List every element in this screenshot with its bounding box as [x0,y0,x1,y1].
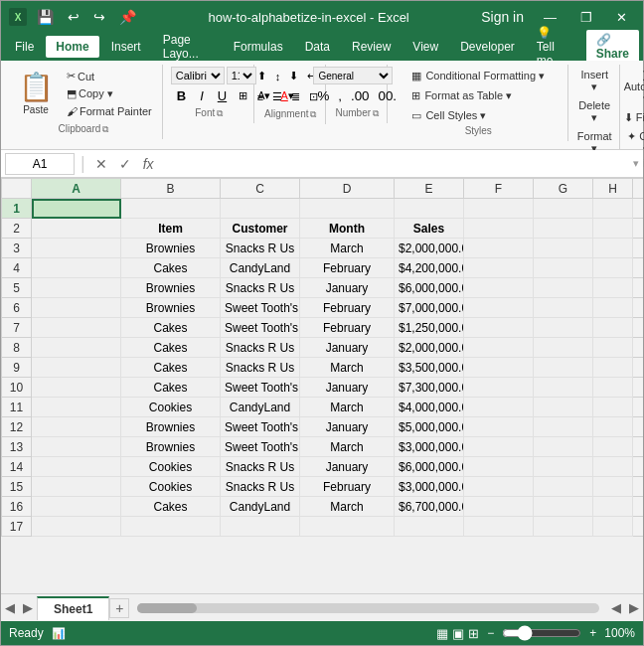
grid-cell[interactable] [593,437,633,457]
cut-button[interactable]: ✂ Cut [63,68,156,84]
grid-cell[interactable] [534,417,593,437]
grid-cell[interactable] [464,437,534,457]
row-header-8[interactable]: 8 [2,338,32,358]
grid-cell[interactable] [121,517,221,537]
underline-button[interactable]: U [212,86,233,105]
grid-cell[interactable] [534,278,593,298]
row-header-9[interactable]: 9 [2,358,32,378]
row-header-4[interactable]: 4 [2,258,32,278]
grid-cell[interactable] [32,477,121,497]
grid-cell[interactable]: January [300,338,395,358]
grid-cell[interactable]: February [300,477,395,497]
grid-cell[interactable] [32,457,121,477]
grid-cell[interactable] [32,517,121,537]
menu-insert[interactable]: Insert [101,36,151,58]
format-painter-button[interactable]: 🖌 Format Painter [63,103,156,119]
redo-button[interactable]: ↪ [89,7,109,27]
grid-cell[interactable]: Snacks R Us [221,358,300,378]
grid-cell[interactable] [593,358,633,378]
grid-cell[interactable]: Cookies [121,457,221,477]
normal-view-button[interactable]: ▦ [436,626,448,641]
grid-cell[interactable]: Brownies [121,239,221,258]
grid-cell[interactable]: Sweet Tooth's [221,417,300,437]
grid-cell[interactable] [32,239,121,258]
grid-cell[interactable]: March [300,239,395,258]
h-scrollbar-thumb[interactable] [137,603,197,613]
grid-cell[interactable]: Sweet Tooth's [221,437,300,457]
grid-scroll-area[interactable]: A B C D E F G H 12ItemCustomerMonthSales… [1,178,643,593]
grid-cell[interactable] [534,298,593,318]
grid-cell[interactable] [32,398,121,417]
enter-formula-button[interactable]: ✓ [115,154,135,174]
grid-cell[interactable]: $3,500,000.00 [395,358,464,378]
grid-cell[interactable]: $3,000,000.00 [395,437,464,457]
grid-cell[interactable]: January [300,278,395,298]
grid-cell[interactable]: $2,000,000.00 [395,239,464,258]
grid-cell[interactable] [221,199,300,219]
col-header-f[interactable]: F [464,179,534,199]
grid-cell[interactable] [593,199,633,219]
h-scroll-right-button[interactable]: ▶ [625,600,643,615]
row-header-7[interactable]: 7 [2,318,32,338]
conditional-formatting-button[interactable]: ▦ Conditional Formatting ▾ [404,67,552,85]
comma-button[interactable]: , [334,86,346,105]
function-wizard-button[interactable]: fx [139,154,158,174]
grid-cell[interactable] [593,457,633,477]
paste-button[interactable]: 📋 Paste [11,67,61,119]
row-header-15[interactable]: 15 [2,477,32,497]
grid-cell[interactable]: March [300,398,395,417]
number-expand-icon[interactable]: ⧉ [373,108,379,119]
border-button[interactable]: ⊞ [235,87,251,104]
col-header-d[interactable]: D [300,179,395,199]
zoom-in-button[interactable]: + [589,626,596,640]
grid-cell[interactable] [464,219,534,239]
grid-cell[interactable]: $6,700,000.00 [395,497,464,517]
grid-cell[interactable]: Snacks R Us [221,338,300,358]
grid-cell[interactable] [464,318,534,338]
grid-cell[interactable]: February [300,318,395,338]
grid-cell[interactable] [32,378,121,398]
clipboard-expand-icon[interactable]: ⧉ [102,124,108,135]
grid-cell[interactable] [534,318,593,338]
grid-cell[interactable] [534,378,593,398]
alignment-expand-icon[interactable]: ⧉ [310,109,316,120]
grid-cell[interactable] [464,398,534,417]
row-header-14[interactable]: 14 [2,457,32,477]
grid-cell[interactable] [32,278,121,298]
col-header-a[interactable]: A [32,179,121,199]
col-header-e[interactable]: E [395,179,464,199]
grid-cell[interactable]: Cakes [121,258,221,278]
grid-cell[interactable]: March [300,358,395,378]
page-layout-view-button[interactable]: ▣ [452,626,464,641]
grid-cell[interactable] [593,318,633,338]
grid-cell[interactable] [464,417,534,437]
grid-cell[interactable]: $4,200,000.00 [395,258,464,278]
h-scrollbar[interactable] [137,603,599,613]
percent-button[interactable]: % [313,86,333,105]
align-left-button[interactable]: ≡ [253,87,267,106]
grid-cell[interactable] [300,517,395,537]
grid-cell[interactable] [534,239,593,258]
grid-cell[interactable]: Cookies [121,398,221,417]
grid-cell[interactable] [534,398,593,417]
grid-cell[interactable]: Sweet Tooth's [221,298,300,318]
grid-cell[interactable]: February [300,258,395,278]
row-header-1[interactable]: 1 [2,199,32,219]
undo-button[interactable]: ↩ [64,7,83,27]
pin-button[interactable]: 📌 [115,7,140,27]
col-header-b[interactable]: B [121,179,221,199]
grid-cell[interactable]: Item [121,219,221,239]
menu-home[interactable]: Home [46,36,98,58]
grid-cell[interactable] [534,199,593,219]
scroll-left-sheets-button[interactable]: ◀ [1,600,19,615]
grid-cell[interactable] [593,298,633,318]
align-right-button[interactable]: ≣ [287,87,304,106]
grid-cell[interactable]: January [300,457,395,477]
grid-cell[interactable]: Snacks R Us [221,278,300,298]
grid-cell[interactable]: $2,000,000.00 [395,338,464,358]
grid-cell[interactable]: Snacks R Us [221,457,300,477]
grid-cell[interactable] [121,199,221,219]
grid-cell[interactable] [32,298,121,318]
grid-cell[interactable]: Snacks R Us [221,477,300,497]
grid-cell[interactable] [534,457,593,477]
